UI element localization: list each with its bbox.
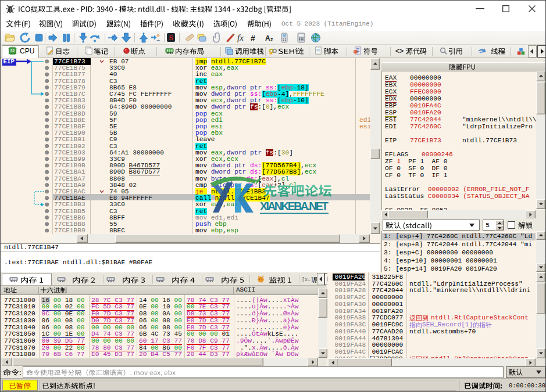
svg-text:S: S (169, 33, 173, 42)
svg-text:XIANKEBA.NET: XIANKEBA.NET (260, 200, 329, 213)
svg-text:<>: <> (316, 48, 320, 52)
svg-text:!: ! (270, 52, 271, 55)
svg-text:32: 32 (10, 49, 15, 53)
